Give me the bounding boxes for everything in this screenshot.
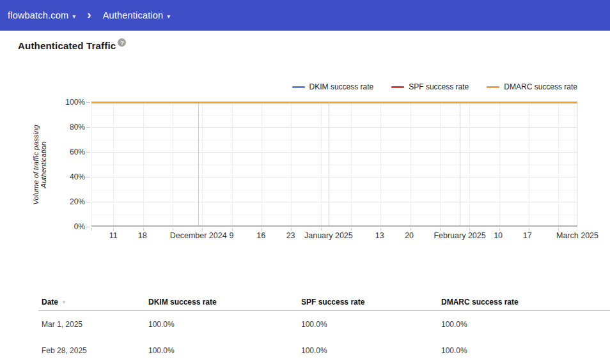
gridline-horizontal (91, 127, 577, 128)
gridline-month-boundary (329, 102, 329, 225)
dmarc-line-swatch (487, 86, 499, 88)
gridline-horizontal (91, 190, 577, 190)
x-tick-label: 9 (229, 231, 233, 240)
y-axis-title: Volume of traffic passing Authentication (32, 103, 42, 227)
cell-date: Mar 1, 2025 (38, 320, 145, 329)
x-tick-label: 20 (405, 231, 414, 240)
gridline-weekly (558, 102, 559, 225)
gridline-weekly (351, 102, 352, 225)
column-header-date[interactable]: Date ▼ (38, 298, 145, 307)
domain-dropdown[interactable]: flowbatch.com ▾ (8, 10, 75, 20)
x-tick-mark (440, 228, 441, 231)
x-tick-mark (529, 228, 529, 231)
x-tick-label: 23 (286, 231, 295, 240)
legend-label-spf: SPF success rate (409, 82, 469, 91)
postmaster-dashboard: flowbatch.com ▾ › Authentication ▾ Authe… (0, 0, 610, 364)
y-tick-mark (86, 127, 90, 128)
x-tick-mark (232, 228, 233, 231)
cell-dmarc: 100.0% (438, 346, 610, 355)
gridline-weekly (113, 102, 114, 225)
auth-rates-table: Date ▼ DKIM success rate SPF success rat… (38, 293, 610, 363)
y-tick-label: 80% (53, 123, 85, 132)
x-tick-label: 10 (494, 231, 503, 240)
chart-legend: DKIM success rate SPF success rate DMARC… (292, 82, 577, 91)
table-row: Feb 28, 2025 100.0% 100.0% 100.0% (38, 337, 610, 363)
gridline-weekly (411, 102, 411, 225)
gridline-weekly (202, 102, 203, 225)
x-tick-label: 17 (523, 231, 532, 240)
caret-down-icon: ▾ (72, 11, 75, 20)
table-row: Mar 1, 2025 100.0% 100.0% 100.0% (38, 311, 610, 337)
gridline-weekly (232, 102, 233, 225)
x-tick-mark (380, 228, 381, 231)
gridline-weekly (469, 102, 470, 225)
x-tick-mark (262, 228, 262, 231)
series-line-dmarc (91, 102, 577, 103)
dkim-line-swatch (292, 86, 305, 88)
y-tick-mark (86, 152, 90, 153)
x-tick-mark (321, 228, 322, 231)
gridline-horizontal (91, 215, 577, 215)
x-tick-label: February 2025 (434, 231, 485, 240)
gridline-weekly (291, 102, 292, 225)
x-tick-label: 11 (109, 231, 118, 240)
plot-area (91, 102, 577, 227)
gridline-month-boundary (577, 102, 577, 225)
legend-item-dkim: DKIM success rate (292, 82, 374, 91)
gridline-horizontal (91, 115, 577, 116)
gridline-horizontal (91, 165, 577, 165)
y-tick-label: 60% (53, 148, 85, 156)
cell-date: Feb 28, 2025 (38, 346, 145, 355)
table-header-row: Date ▼ DKIM success rate SPF success rat… (38, 293, 610, 311)
column-header-dmarc: DMARC success rate (438, 298, 610, 307)
legend-label-dmarc: DMARC success rate (504, 82, 577, 91)
y-tick-mark (86, 177, 90, 178)
legend-item-spf: SPF success rate (391, 82, 469, 91)
cell-spf: 100.0% (298, 346, 438, 355)
x-tick-label: December 2024 (170, 231, 227, 240)
cell-spf: 100.0% (298, 320, 438, 329)
x-tick-mark (173, 228, 173, 231)
gridline-weekly (440, 102, 441, 225)
column-header-spf: SPF success rate (298, 298, 438, 307)
gridline-month-boundary (198, 102, 199, 225)
column-header-date-label: Date (42, 298, 58, 307)
gridline-weekly (380, 102, 381, 225)
y-tick-label: 20% (53, 197, 85, 206)
x-tick-mark (291, 228, 292, 231)
domain-dropdown-label: flowbatch.com (8, 10, 68, 20)
x-tick-mark (411, 228, 411, 231)
legend-label-dkim: DKIM success rate (309, 82, 374, 91)
y-tick-mark (86, 202, 90, 202)
gridline-weekly (143, 102, 144, 225)
help-icon[interactable]: ? (118, 38, 126, 47)
cell-dmarc: 100.0% (438, 320, 610, 329)
x-tick-label: January 2025 (304, 231, 353, 240)
gridline-weekly (529, 102, 529, 225)
x-tick-mark (558, 228, 559, 231)
gridline-horizontal (91, 202, 577, 202)
y-tick-mark (86, 102, 90, 103)
gridline-weekly (173, 102, 173, 225)
legend-item-dmarc: DMARC success rate (487, 82, 577, 91)
gridline-weekly (262, 102, 262, 225)
cell-dkim: 100.0% (145, 320, 298, 329)
y-tick-mark (86, 227, 90, 227)
breadcrumb-chevron-icon: › (87, 8, 91, 24)
cell-dkim: 100.0% (145, 346, 298, 355)
gridline-horizontal (91, 152, 577, 153)
y-tick-label: 100% (53, 98, 85, 107)
x-tick-label: 16 (256, 231, 265, 240)
x-tick-label: 18 (138, 231, 147, 240)
section-dropdown[interactable]: Authentication ▾ (103, 10, 171, 20)
x-tick-mark (499, 228, 500, 231)
gridline-weekly (321, 102, 322, 225)
x-tick-mark (113, 228, 114, 231)
x-tick-mark (469, 228, 470, 231)
x-tick-label: March 2025 (556, 231, 598, 240)
x-tick-label: 13 (375, 231, 384, 240)
y-tick-label: 40% (53, 172, 85, 181)
column-header-dkim: DKIM success rate (145, 298, 298, 307)
section-dropdown-label: Authentication (103, 10, 164, 20)
gridline-horizontal (91, 140, 577, 140)
